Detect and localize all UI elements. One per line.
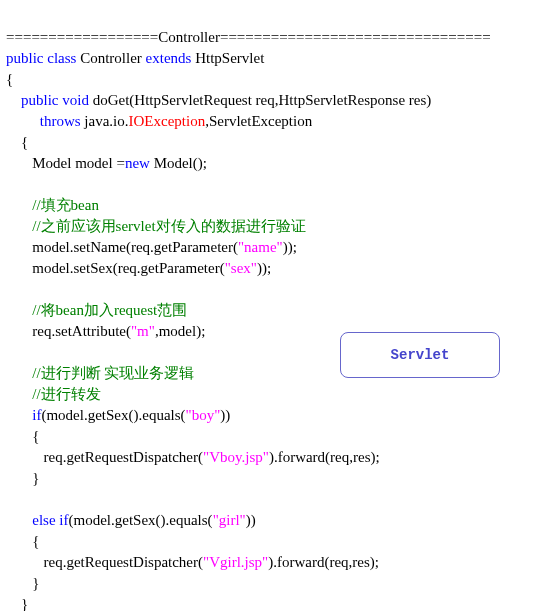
var-decl: Model model = <box>32 155 125 171</box>
brace-close: } <box>6 470 39 486</box>
string-literal: "girl" <box>213 512 246 528</box>
condition-end: )) <box>246 512 256 528</box>
call-end: )); <box>283 239 297 255</box>
indent <box>6 92 21 108</box>
string-literal: "Vboy.jsp" <box>203 449 269 465</box>
method-signature: doGet(HttpServletRequest req,HttpServlet… <box>89 92 431 108</box>
indent <box>6 260 32 276</box>
keyword-else: else <box>32 512 55 528</box>
brace-open: { <box>6 71 13 87</box>
comment: //填充bean <box>32 197 99 213</box>
indent <box>6 449 44 465</box>
indent <box>6 407 32 423</box>
exception-class: IOException <box>129 113 206 129</box>
condition: (model.getSex().equals( <box>41 407 185 423</box>
keyword-if: if <box>59 512 68 528</box>
ctor-call: Model(); <box>150 155 207 171</box>
brace-open: { <box>6 134 28 150</box>
indent <box>6 197 32 213</box>
call: req.getRequestDispatcher( <box>44 554 204 570</box>
call-end: ).forward(req,res); <box>269 449 380 465</box>
string-literal: "sex" <box>225 260 257 276</box>
call-end: )); <box>257 260 271 276</box>
indent <box>6 113 40 129</box>
keyword-throws: throws <box>40 113 81 129</box>
indent <box>6 155 32 171</box>
keyword-public: public <box>21 92 59 108</box>
brace-open: { <box>6 533 39 549</box>
keyword-class: class <box>47 50 76 66</box>
exception-rest: ,ServletException <box>205 113 312 129</box>
indent <box>6 302 32 318</box>
call-end: ).forward(req,res); <box>268 554 379 570</box>
comment: //之前应该用servlet对传入的数据进行验证 <box>32 218 305 234</box>
condition: (model.getSex().equals( <box>69 512 213 528</box>
keyword-extends: extends <box>146 50 192 66</box>
call: model.setName(req.getParameter( <box>32 239 238 255</box>
indent <box>6 323 32 339</box>
string-literal: "m" <box>131 323 155 339</box>
indent <box>6 365 32 381</box>
callout-label: Servlet <box>391 347 450 363</box>
comment: //进行判断 实现业务逻辑 <box>32 365 194 381</box>
section-header: ==================Controller============… <box>6 29 491 45</box>
brace-open: { <box>6 428 39 444</box>
indent <box>6 239 32 255</box>
class-name: Controller <box>76 50 145 66</box>
keyword-void: void <box>62 92 89 108</box>
call-end: ,model); <box>155 323 205 339</box>
keyword-new: new <box>125 155 150 171</box>
comment: //将bean加入request范围 <box>32 302 187 318</box>
string-literal: "name" <box>238 239 283 255</box>
call: model.setSex(req.getParameter( <box>32 260 224 276</box>
indent <box>6 512 32 528</box>
string-literal: "boy" <box>186 407 221 423</box>
string-literal: "Vgirl.jsp" <box>203 554 268 570</box>
condition-end: )) <box>220 407 230 423</box>
indent <box>6 554 44 570</box>
comment: //进行转发 <box>32 386 100 402</box>
keyword-public: public <box>6 50 44 66</box>
package: java.io. <box>81 113 129 129</box>
callout-box: Servlet <box>340 332 500 378</box>
indent <box>6 386 32 402</box>
indent <box>6 218 32 234</box>
code-block: ==================Controller============… <box>6 6 540 611</box>
brace-close: } <box>6 575 39 591</box>
call: req.setAttribute( <box>32 323 131 339</box>
superclass: HttpServlet <box>191 50 264 66</box>
call: req.getRequestDispatcher( <box>44 449 204 465</box>
brace-close: } <box>6 596 28 611</box>
